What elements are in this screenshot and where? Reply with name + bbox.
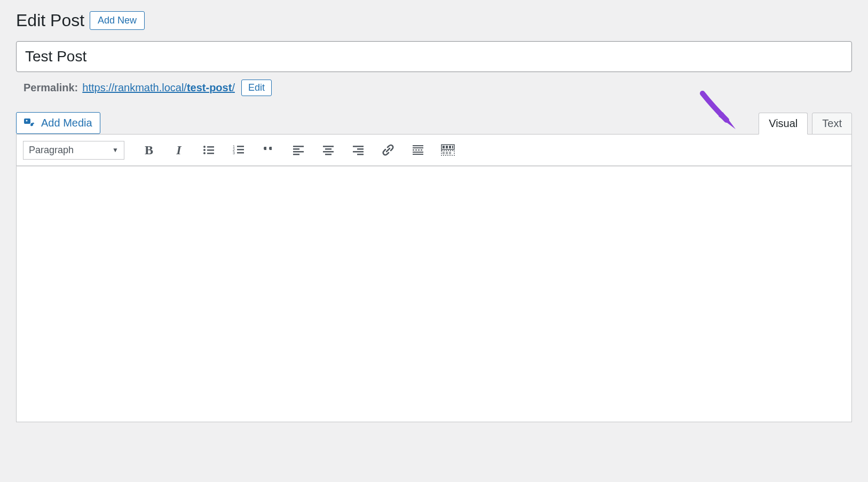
svg-rect-28: [413, 149, 414, 151]
numbered-list-button[interactable]: 123: [227, 140, 250, 160]
svg-rect-23: [357, 148, 364, 150]
chevron-down-icon: ▼: [112, 146, 119, 154]
svg-rect-27: [413, 147, 423, 148]
bold-button[interactable]: B: [137, 140, 161, 160]
svg-rect-29: [415, 149, 417, 151]
svg-rect-13: [237, 152, 244, 154]
svg-text:3: 3: [233, 151, 235, 155]
media-icon: [24, 117, 37, 129]
svg-rect-32: [413, 152, 423, 153]
svg-point-6: [203, 152, 206, 154]
permalink-url-suffix: /: [232, 82, 235, 93]
italic-button[interactable]: I: [167, 140, 191, 160]
svg-rect-41: [446, 152, 448, 154]
svg-rect-37: [449, 146, 451, 148]
svg-rect-25: [357, 154, 364, 155]
permalink-slug: test-post: [187, 82, 232, 93]
svg-rect-17: [293, 154, 299, 155]
read-more-button[interactable]: [406, 140, 430, 160]
svg-rect-3: [207, 146, 214, 148]
svg-rect-40: [443, 152, 445, 154]
tab-visual[interactable]: Visual: [759, 113, 808, 135]
svg-rect-42: [449, 152, 451, 154]
arrow-annotation: [697, 91, 745, 141]
add-media-button[interactable]: Add Media: [16, 112, 100, 134]
svg-point-1: [26, 120, 28, 121]
svg-rect-35: [443, 146, 445, 148]
svg-rect-22: [353, 146, 364, 147]
toolbar-toggle-button[interactable]: [436, 140, 460, 160]
page-title: Edit Post: [16, 11, 84, 30]
svg-rect-33: [413, 154, 423, 155]
tab-text[interactable]: Text: [812, 113, 852, 135]
svg-rect-20: [323, 151, 334, 153]
add-new-button[interactable]: Add New: [90, 11, 145, 30]
svg-rect-38: [452, 146, 453, 148]
align-right-button[interactable]: [346, 140, 370, 160]
svg-rect-9: [237, 146, 244, 147]
svg-rect-31: [421, 149, 422, 151]
editor-content-area[interactable]: [16, 166, 852, 422]
svg-rect-7: [207, 153, 214, 154]
align-left-button[interactable]: [287, 140, 310, 160]
svg-rect-16: [293, 151, 304, 153]
svg-rect-36: [446, 146, 448, 148]
post-title-input[interactable]: [16, 41, 852, 72]
svg-point-4: [203, 149, 206, 151]
permalink-link[interactable]: https://rankmath.local/test-post/: [82, 82, 235, 94]
svg-rect-26: [413, 145, 423, 146]
edit-permalink-button[interactable]: Edit: [241, 80, 272, 96]
bullet-list-button[interactable]: [197, 140, 220, 160]
svg-rect-21: [325, 154, 332, 155]
align-center-button[interactable]: [317, 140, 340, 160]
svg-rect-14: [293, 146, 304, 147]
permalink-url-prefix: https://rankmath.local/: [82, 82, 187, 93]
svg-rect-11: [237, 149, 244, 151]
svg-rect-24: [353, 151, 364, 153]
format-selected-label: Paragraph: [29, 145, 74, 156]
add-media-label: Add Media: [41, 117, 92, 129]
permalink-label: Permalink:: [23, 82, 78, 94]
svg-rect-15: [293, 148, 299, 150]
format-select[interactable]: Paragraph ▼: [23, 141, 124, 160]
svg-rect-5: [207, 149, 214, 151]
svg-rect-18: [323, 146, 334, 147]
svg-point-2: [203, 146, 206, 148]
svg-rect-30: [418, 149, 420, 151]
link-button[interactable]: [376, 140, 400, 160]
blockquote-button[interactable]: [257, 140, 280, 160]
svg-rect-19: [325, 148, 332, 150]
